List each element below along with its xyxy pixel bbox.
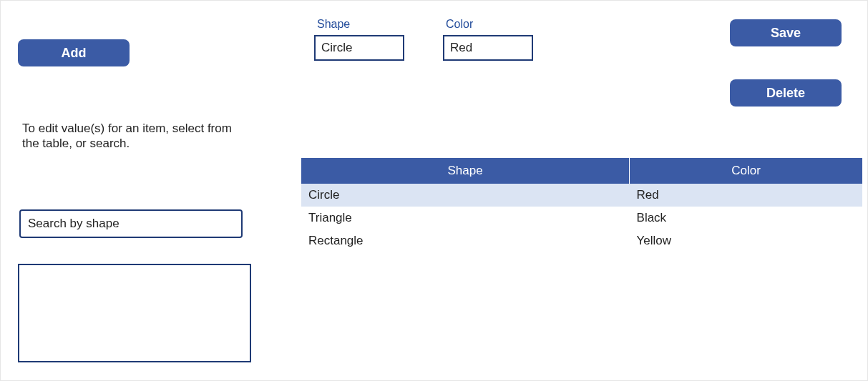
cell-color: Black: [630, 207, 862, 229]
table-header-shape: Shape: [301, 158, 630, 184]
color-label: Color: [443, 18, 533, 31]
cell-shape: Triangle: [301, 207, 630, 229]
shape-field-group: Shape: [314, 18, 404, 61]
table-header-color: Color: [630, 158, 862, 184]
table-row[interactable]: Circle Red: [301, 184, 862, 207]
search-results-box[interactable]: [18, 264, 251, 362]
table-header-row: Shape Color: [301, 158, 862, 184]
instruction-text: To edit value(s) for an item, select fro…: [22, 121, 237, 152]
color-input[interactable]: [443, 35, 533, 61]
cell-shape: Rectangle: [301, 229, 630, 252]
cell-color: Yellow: [630, 229, 862, 252]
table-row[interactable]: Rectangle Yellow: [301, 229, 862, 252]
shape-label: Shape: [314, 18, 404, 31]
search-input[interactable]: [19, 209, 243, 238]
cell-shape: Circle: [301, 184, 630, 207]
add-button[interactable]: Add: [18, 39, 130, 66]
save-button[interactable]: Save: [730, 19, 842, 46]
data-table: Shape Color Circle Red Triangle Black Re…: [301, 158, 862, 252]
table-row[interactable]: Triangle Black: [301, 207, 862, 229]
cell-color: Red: [630, 184, 862, 207]
delete-button[interactable]: Delete: [730, 79, 842, 107]
color-field-group: Color: [443, 18, 533, 61]
shape-input[interactable]: [314, 35, 404, 61]
